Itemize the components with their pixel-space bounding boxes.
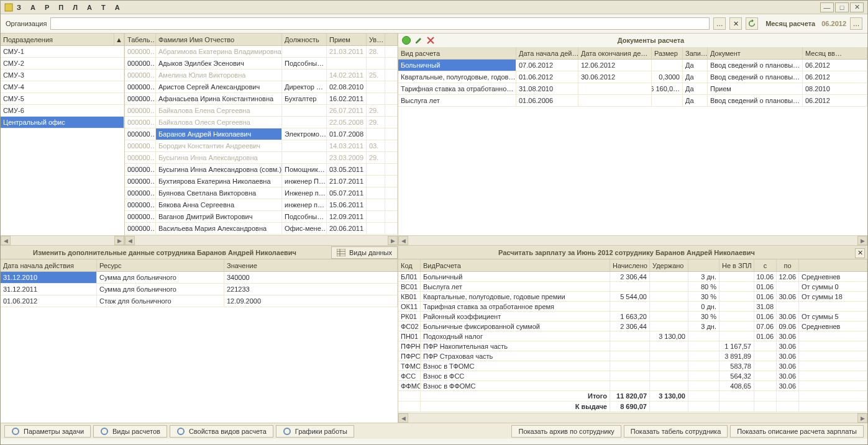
scroll-right-icon[interactable]: ▶: [857, 236, 867, 245]
calc-row[interactable]: ПН01Подоходный налог3 130,0001.0630.06: [398, 331, 867, 341]
emp-col-fio[interactable]: Фамилия Имя Отчество: [156, 34, 282, 46]
emp-col-hire[interactable]: Прием: [327, 34, 367, 46]
calc-col-code[interactable]: Код: [398, 259, 421, 272]
window-minimize-button[interactable]: —: [820, 2, 834, 12]
dept-header[interactable]: Подразделения: [1, 34, 114, 46]
doc-col-doc[interactable]: Документ: [708, 47, 803, 60]
employee-row[interactable]: 000000…Байкалова Елена Сергеевна26.07.20…: [125, 105, 398, 117]
calc-row[interactable]: БЛ01Больничный2 306,443 дн.10.0612.06Сре…: [398, 272, 867, 282]
employee-row[interactable]: 000000…Амелина Юлия Викторовна14.02.2011…: [125, 70, 398, 81]
doc-col-size[interactable]: Размер: [652, 47, 683, 60]
employee-row[interactable]: 000000…Адыков Эдилбек ЭсеновичПодсобны…: [125, 58, 398, 70]
dept-scroll-up[interactable]: ▲: [114, 34, 124, 46]
dept-row[interactable]: Центральный офис: [1, 117, 124, 128]
extra-col-date[interactable]: Дата начала действия: [1, 259, 97, 272]
emp-col-tab[interactable]: Табель…: [125, 34, 156, 46]
footer-button[interactable]: Графики работы: [276, 425, 354, 438]
employee-row[interactable]: 000000…Аристов Сергей АлександровичДирек…: [125, 81, 398, 93]
employee-row[interactable]: 000000…Абрагимова Екатерина Владимировна…: [125, 46, 398, 58]
calc-scrollbar[interactable]: ◀ ▶: [398, 413, 867, 423]
calc-col-ud[interactable]: Удержано: [650, 259, 688, 272]
employee-row[interactable]: 000000…Баранов Андрей НиколаевичЭлектром…: [125, 128, 398, 140]
calc-row[interactable]: КВ01Квартальные, полугодовые, годовые пр…: [398, 292, 867, 302]
dept-row[interactable]: СМУ-1: [1, 46, 124, 58]
extra-col-val[interactable]: Значение: [224, 259, 398, 272]
org-clear-button[interactable]: ✕: [729, 17, 742, 30]
document-row[interactable]: Выслуга лет01.06.2006ДаВвод сведений о п…: [398, 95, 867, 107]
scroll-left-icon[interactable]: ◀: [398, 413, 408, 423]
calc-row[interactable]: ПФРСПФР Страховая часть3 891,8930.06: [398, 351, 867, 361]
calc-col-po[interactable]: по: [777, 259, 799, 272]
scroll-left-icon[interactable]: ◀: [125, 236, 135, 245]
calc-col-nach[interactable]: Начислено: [610, 259, 650, 272]
doc-scrollbar[interactable]: ◀ ▶: [398, 235, 867, 245]
calc-col-type[interactable]: ВидРасчета: [421, 259, 610, 272]
calc-row[interactable]: ФФМСВзнос в ФФОМС408,6530.06: [398, 381, 867, 391]
delete-icon[interactable]: [427, 37, 434, 44]
extra-row[interactable]: 31.12.2010Сумма для больничного340000: [1, 272, 398, 284]
employee-row[interactable]: 000000…Афанасьева Ирина КонстантиновнаБу…: [125, 93, 398, 105]
extra-col-res[interactable]: Ресурс: [97, 259, 224, 272]
doc-col-zapi[interactable]: Запи…: [683, 47, 708, 60]
calc-col-blank[interactable]: [688, 259, 720, 272]
calc-row[interactable]: РК01Районный коэффициент1 663,2030 %01.0…: [398, 312, 867, 321]
dept-row[interactable]: СМУ-5: [1, 93, 124, 105]
footer-button[interactable]: Виды расчетов: [93, 425, 167, 438]
scroll-right-icon[interactable]: ▶: [388, 236, 398, 245]
employee-row[interactable]: 000000…Бухтиярова Екатерина Николаевнаин…: [125, 176, 398, 187]
calc-row[interactable]: ФС02Больничные фиксированной суммой2 306…: [398, 321, 867, 331]
document-row[interactable]: Квартальные, полугодовые, годов…01.06.20…: [398, 71, 867, 83]
emp-scrollbar[interactable]: ◀ ▶: [125, 235, 398, 245]
calc-row[interactable]: ПФРНПФР Накопительная часть1 167,5730.06: [398, 341, 867, 351]
calc-col-nzpl[interactable]: Не в ЗПЛ: [720, 259, 754, 272]
calc-row[interactable]: ФССВзнос в ФСС564,3230.06: [398, 371, 867, 381]
extra-row[interactable]: 01.06.2012Стаж для больничного12.09.2000: [1, 295, 398, 307]
employee-row[interactable]: 000000…Бусыгина Инна Александровна (совм…: [125, 164, 398, 176]
document-row[interactable]: Больничный07.06.201212.06.2012ДаВвод све…: [398, 60, 867, 71]
employee-row[interactable]: 000000…Бородич Константин Андреевич14.03…: [125, 140, 398, 152]
footer-button[interactable]: Параметры задачи: [4, 425, 91, 438]
doc-col-end[interactable]: Дата окончания де…: [578, 47, 652, 60]
footer-button[interactable]: Показать табель сотрудника: [624, 425, 728, 438]
employee-row[interactable]: 000000…Ваганов Дмитрий ВикторовичПодсобн…: [125, 211, 398, 223]
data-types-tab[interactable]: Виды данных: [331, 246, 398, 259]
calc-row[interactable]: ОК11Тарифная ставка за отработанное врем…: [398, 302, 867, 312]
footer-button[interactable]: Показать архив по сотруднику: [511, 425, 621, 438]
edit-icon[interactable]: [414, 36, 423, 45]
month-select-button[interactable]: …: [850, 17, 862, 30]
doc-col-mon[interactable]: Месяц вв…: [803, 47, 867, 60]
calc-col-extra[interactable]: [799, 259, 867, 272]
extra-row[interactable]: 31.12.2011Сумма для больничного221233: [1, 284, 398, 295]
doc-col-start[interactable]: Дата начала дей…: [516, 47, 578, 60]
emp-col-pos[interactable]: Должность: [282, 34, 327, 46]
refresh-button[interactable]: [746, 17, 758, 30]
employee-row[interactable]: 000000…Байкалова Олеся Сергеевна22.05.20…: [125, 117, 398, 128]
calc-row[interactable]: ВС01Выслуга лет80 %01.06От суммы 0: [398, 282, 867, 292]
footer-button[interactable]: Свойства видов расчета: [170, 425, 273, 438]
footer-button[interactable]: Показать описание расчета зарплаты: [730, 425, 864, 438]
document-row[interactable]: Тарифная ставка за отработанно…31.08.201…: [398, 83, 867, 95]
calc-col-s[interactable]: с: [754, 259, 777, 272]
emp-col-uv[interactable]: Ув…: [367, 34, 385, 46]
window-maximize-button[interactable]: □: [835, 2, 849, 12]
dept-row[interactable]: СМУ-2: [1, 58, 124, 70]
dept-row[interactable]: СМУ-6: [1, 105, 124, 117]
org-input[interactable]: [50, 17, 710, 30]
employee-row[interactable]: 000000…Бякова Анна Сергеевнаинженер п…15…: [125, 199, 398, 211]
scroll-left-icon[interactable]: ◀: [1, 236, 11, 245]
org-select-button[interactable]: …: [713, 17, 726, 30]
calc-row[interactable]: ТФМСВзнос в ТФОМС583,7830.06: [398, 361, 867, 371]
calc-close-button[interactable]: ✕: [855, 248, 865, 258]
scroll-left-icon[interactable]: ◀: [398, 236, 408, 245]
doc-col-type[interactable]: Вид расчета: [398, 47, 516, 60]
scroll-right-icon[interactable]: ▶: [857, 413, 867, 423]
dept-row[interactable]: СМУ-3: [1, 70, 124, 81]
dept-scrollbar[interactable]: ◀ ▶: [1, 235, 124, 245]
add-icon[interactable]: [402, 36, 411, 45]
window-close-button[interactable]: ✕: [850, 2, 864, 12]
employee-row[interactable]: 000000…Бусыгина Инна Александровна23.03.…: [125, 152, 398, 164]
dept-row[interactable]: СМУ-4: [1, 81, 124, 93]
employee-row[interactable]: 000000…Васильева Мария АлександровнаОфис…: [125, 223, 398, 235]
scroll-right-icon[interactable]: ▶: [114, 236, 124, 245]
employee-row[interactable]: 000000…Буянова Светлана ВикторовнаИнжене…: [125, 187, 398, 199]
